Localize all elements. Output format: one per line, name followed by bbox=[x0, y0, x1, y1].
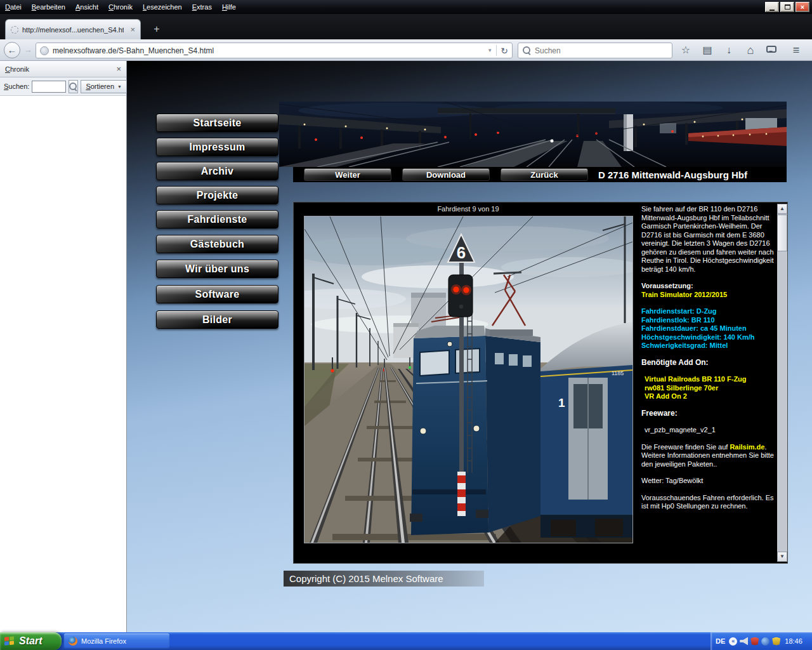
scrollbar-thumb[interactable] bbox=[777, 215, 787, 251]
car-number-marking: 1185 bbox=[612, 370, 624, 376]
browser-search-input[interactable] bbox=[535, 46, 667, 55]
menu-hilfe[interactable]: Hilfe bbox=[217, 1, 241, 13]
signal-plate-number: 6 bbox=[457, 243, 466, 262]
voraussetzung-label: Voraussetzung: bbox=[641, 282, 776, 291]
sidebar-item-impressum[interactable]: Impressum bbox=[156, 138, 278, 156]
chevron-down-icon: ▼ bbox=[117, 84, 122, 89]
sidebar-close-icon[interactable]: × bbox=[116, 64, 121, 74]
scroll-up-button[interactable]: ▲ bbox=[777, 204, 787, 214]
menu-lesezeichen[interactable]: Lesezeichen bbox=[138, 1, 187, 13]
detail-dauer: Fahrdienstdauer: ca 45 Minuten bbox=[641, 324, 776, 333]
url-dropdown-icon[interactable]: ▼ bbox=[487, 48, 492, 53]
bookmark-star-icon[interactable]: ☆ bbox=[678, 43, 694, 57]
minimize-button[interactable] bbox=[765, 2, 779, 12]
hinweis-line: Vorausschauendes Fahren erforderlich. Es… bbox=[641, 494, 776, 511]
sidebar-item-projekte[interactable]: Projekte bbox=[156, 186, 278, 204]
panel-scrollbar[interactable]: ▲ ▼ bbox=[777, 204, 787, 562]
menu-datei[interactable]: Datei bbox=[0, 1, 27, 13]
addon-3: VR Add On 2 bbox=[641, 392, 776, 401]
content-panel: Fahrdienst 9 von 19 bbox=[293, 202, 788, 564]
page-title: D 2716 Mittenwald-Augsburg Hbf bbox=[598, 169, 747, 180]
tab-title: http://melnexsof...uenchen_S4.html bbox=[22, 26, 124, 34]
browser-search-bar[interactable] bbox=[518, 43, 672, 58]
windows-logo-icon bbox=[4, 636, 15, 646]
site-identity-icon[interactable] bbox=[40, 46, 49, 55]
clock[interactable]: 18:46 bbox=[785, 637, 802, 645]
restore-button[interactable] bbox=[780, 2, 794, 12]
new-tab-button[interactable]: + bbox=[148, 22, 165, 36]
minimize-icon bbox=[769, 10, 775, 11]
sidebar-search-input[interactable] bbox=[32, 81, 66, 93]
start-button[interactable]: Start bbox=[0, 632, 62, 650]
search-icon bbox=[523, 46, 531, 55]
browser-menubar: Datei Bearbeiten Ansicht Chronik Lesezei… bbox=[0, 0, 812, 14]
sidebar-item-gaestebuch[interactable]: Gästebuch bbox=[156, 235, 278, 253]
detail-geschwindigkeit: Höchstgeschwindigkeit: 140 Km/h bbox=[641, 333, 776, 342]
security-alert-icon[interactable] bbox=[750, 637, 759, 646]
back-button[interactable]: ← bbox=[4, 42, 20, 58]
sidebar-item-archiv[interactable]: Archiv bbox=[156, 162, 278, 180]
search-icon bbox=[69, 83, 77, 91]
sidebar-item-software[interactable]: Software bbox=[156, 285, 278, 303]
page-favicon-icon bbox=[11, 26, 18, 34]
taskbar-item-firefox[interactable]: Mozilla Firefox bbox=[64, 633, 169, 649]
route-intro: Sie fahren auf der BR 110 den D2716 Mitt… bbox=[641, 205, 776, 274]
menu-bearbeiten[interactable]: Bearbeiten bbox=[27, 1, 70, 13]
header-banner-image bbox=[279, 102, 787, 167]
weiter-button[interactable]: Weiter bbox=[304, 168, 391, 181]
menu-chronik[interactable]: Chronik bbox=[103, 1, 138, 13]
home-icon[interactable]: ⌂ bbox=[742, 43, 759, 57]
route-info-text: Sie fahren auf der BR 110 den D2716 Mitt… bbox=[641, 205, 776, 511]
wetter-line: Wetter: Tag/Bewölkt bbox=[641, 477, 776, 486]
downloads-icon[interactable]: ↓ bbox=[721, 43, 737, 57]
voraussetzung-value: Train Simulator 2012/2015 bbox=[641, 291, 776, 300]
page-viewport: Startseite Impressum Archiv Projekte Fah… bbox=[127, 61, 812, 632]
taskbar: Start Mozilla Firefox DE « 18:46 bbox=[0, 632, 812, 650]
sidebar-title: Chronik bbox=[5, 65, 29, 73]
close-button[interactable]: × bbox=[796, 2, 809, 12]
menu-ansicht[interactable]: Ansicht bbox=[70, 1, 103, 13]
sidebar-search-label: Suchen: bbox=[4, 83, 29, 90]
network-icon[interactable] bbox=[761, 637, 769, 646]
coach-class-marking: 1 bbox=[558, 396, 565, 409]
url-input[interactable] bbox=[53, 46, 483, 55]
bookmarks-menu-icon[interactable]: ▤ bbox=[699, 43, 716, 57]
firefox-icon bbox=[69, 637, 77, 646]
update-icon[interactable] bbox=[772, 637, 780, 646]
sidebar-search-button[interactable] bbox=[69, 80, 78, 93]
freeware-item: vr_pzb_magnete_v2_1 bbox=[641, 426, 776, 435]
sidebar-item-startseite[interactable]: Startseite bbox=[156, 114, 278, 132]
history-sidebar: Chronik × Suchen: Sortieren ▼ bbox=[0, 61, 127, 632]
railsim-link[interactable]: Railsim.de bbox=[730, 443, 764, 451]
zurueck-button[interactable]: Zurück bbox=[501, 168, 588, 181]
screenshot-caption: Fahrdienst 9 von 19 bbox=[304, 205, 632, 213]
language-indicator[interactable]: DE bbox=[716, 637, 725, 645]
sidebar-item-wir-ueber-uns[interactable]: Wir über uns bbox=[156, 260, 278, 278]
tab-close-icon[interactable]: × bbox=[128, 25, 135, 34]
detail-schwierigkeit: Schwierigkeitsgrad: Mittel bbox=[641, 342, 776, 350]
copyright-footer: Copyright (C) 2015 Melnex Software bbox=[284, 571, 484, 587]
menu-extras[interactable]: Extras bbox=[187, 1, 217, 13]
sidebar-search-row: Suchen: Sortieren ▼ bbox=[0, 77, 126, 96]
addon-label: Benötigte Add On: bbox=[641, 359, 776, 368]
reload-button[interactable]: ↻ bbox=[501, 46, 508, 56]
detail-lok: Fahrdienstlok: BR 110 bbox=[641, 316, 776, 325]
volume-icon[interactable] bbox=[740, 637, 748, 646]
sidebar-item-bilder[interactable]: Bilder bbox=[156, 310, 278, 329]
sidebar-sort-button[interactable]: Sortieren ▼ bbox=[81, 80, 127, 93]
sidebar-item-fahrdienste[interactable]: Fahrdienste bbox=[156, 210, 278, 229]
scroll-down-button[interactable]: ▼ bbox=[777, 552, 787, 562]
hide-tray-icons-icon[interactable]: « bbox=[729, 637, 737, 646]
forward-button[interactable]: → bbox=[22, 45, 34, 55]
url-separator bbox=[496, 45, 497, 56]
url-bar[interactable]: ▼ ↻ bbox=[36, 43, 513, 58]
download-button[interactable]: Download bbox=[402, 168, 490, 181]
addon-1: Virtual Railroads BR 110 F-Zug bbox=[641, 375, 776, 384]
navigation-toolbar: ← → ▼ ↻ ☆ ▤ ↓ ⌂ ≡ bbox=[0, 39, 812, 61]
page-button-row: Weiter Download Zurück D 2716 Mittenwald… bbox=[293, 167, 787, 182]
system-tray: DE « 18:46 bbox=[710, 632, 812, 650]
messenger-icon[interactable] bbox=[766, 46, 776, 53]
browser-tab[interactable]: http://melnexsof...uenchen_S4.html × bbox=[5, 19, 141, 39]
restore-icon bbox=[785, 4, 790, 10]
hamburger-menu-icon[interactable]: ≡ bbox=[788, 43, 804, 57]
